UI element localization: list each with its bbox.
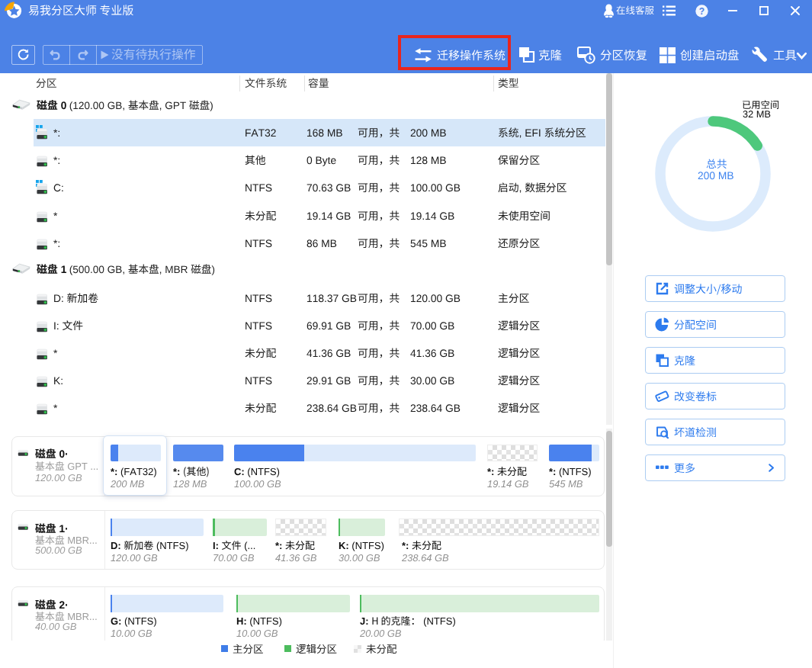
svg-text:?: ?	[699, 5, 704, 16]
